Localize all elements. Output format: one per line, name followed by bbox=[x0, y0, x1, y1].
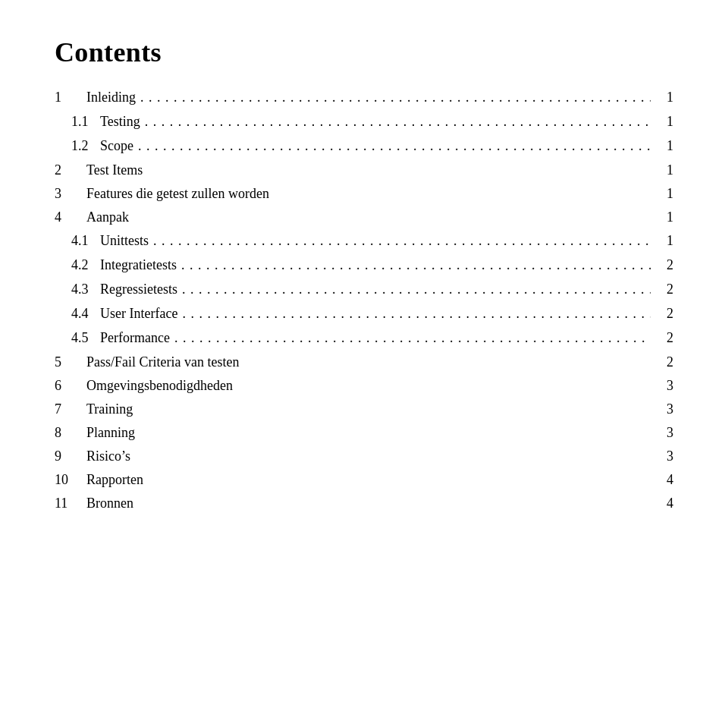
toc-entry-page: 3 bbox=[655, 448, 673, 464]
toc-entry-number: 11 bbox=[55, 496, 86, 511]
toc-entry-page: 1 bbox=[655, 90, 673, 105]
toc-entry-label: Pass/Fail Criteria van testen bbox=[86, 354, 239, 370]
toc-section-sub: 4.4User Interface2 bbox=[55, 306, 673, 323]
toc-entry-label: Integratietests bbox=[100, 257, 177, 273]
toc-entry-label: Testing bbox=[100, 114, 140, 130]
toc-entry-number: 2 bbox=[55, 162, 86, 178]
toc-section-sub: 1.2Scope1 bbox=[55, 138, 673, 155]
toc-section-top: 9Risico’s3 bbox=[55, 448, 673, 464]
toc-entry-page: 2 bbox=[655, 306, 673, 322]
toc-section-top: 4Aanpak1 bbox=[55, 209, 673, 225]
toc-dots bbox=[182, 282, 651, 298]
toc-entry-number: 3 bbox=[55, 186, 86, 202]
toc-container: Contents 1Inleiding11.1Testing11.2Scope1… bbox=[55, 36, 673, 511]
toc-entry-label: Bronnen bbox=[86, 496, 133, 511]
toc-entry-page: 1 bbox=[655, 162, 673, 178]
toc-dots bbox=[181, 257, 651, 274]
toc-section-top: 7Training3 bbox=[55, 401, 673, 417]
toc-entry-page: 1 bbox=[655, 186, 673, 202]
toc-entry-number: 10 bbox=[55, 472, 86, 488]
toc-dots bbox=[174, 330, 651, 347]
toc-entry-number: 9 bbox=[55, 448, 86, 464]
toc-entry-page: 4 bbox=[655, 472, 673, 488]
toc-section-top: 2Test Items1 bbox=[55, 162, 673, 178]
toc-entry-number: 8 bbox=[55, 425, 86, 441]
toc-dots bbox=[140, 90, 651, 106]
toc-section-top: 8Planning3 bbox=[55, 425, 673, 441]
toc-entry-page: 4 bbox=[655, 496, 673, 511]
toc-section-sub: 4.3Regressietests2 bbox=[55, 282, 673, 298]
toc-entry-page: 1 bbox=[655, 209, 673, 225]
toc-entry-page: 3 bbox=[655, 425, 673, 441]
toc-entry-number: 4 bbox=[55, 209, 86, 225]
toc-entry-number: 4.1 bbox=[55, 233, 100, 249]
toc-entry-label: Unittests bbox=[100, 233, 149, 249]
toc-entry-number: 4.3 bbox=[55, 282, 100, 297]
toc-entry-label: Features die getest zullen worden bbox=[86, 186, 269, 202]
toc-entry-number: 1 bbox=[55, 90, 86, 105]
toc-section-top: 6Omgevingsbenodigdheden3 bbox=[55, 378, 673, 394]
toc-list: 1Inleiding11.1Testing11.2Scope12Test Ite… bbox=[55, 90, 673, 511]
toc-entry-number: 4.4 bbox=[55, 306, 100, 322]
toc-entry-page: 2 bbox=[655, 282, 673, 297]
toc-dots bbox=[182, 306, 651, 323]
toc-entry-page: 1 bbox=[655, 114, 673, 130]
toc-entry-number: 4.5 bbox=[55, 330, 100, 346]
toc-entry-label: Training bbox=[86, 401, 133, 417]
toc-dots bbox=[138, 138, 651, 155]
toc-entry-page: 3 bbox=[655, 401, 673, 417]
toc-entry-page: 1 bbox=[655, 233, 673, 249]
toc-entry-number: 4.2 bbox=[55, 257, 100, 273]
toc-section-sub: 4.5Performance2 bbox=[55, 330, 673, 347]
toc-dots bbox=[145, 114, 651, 131]
toc-entry-page: 3 bbox=[655, 378, 673, 394]
toc-entry-number: 7 bbox=[55, 401, 86, 417]
toc-entry-label: Inleiding bbox=[86, 90, 136, 105]
toc-entry-label: Performance bbox=[100, 330, 170, 346]
toc-entry-label: Test Items bbox=[86, 162, 143, 178]
toc-entry-page: 1 bbox=[655, 138, 673, 154]
toc-entry-number: 1.2 bbox=[55, 138, 100, 154]
toc-entry-page: 2 bbox=[655, 330, 673, 346]
toc-entry-number: 6 bbox=[55, 378, 86, 394]
toc-section-sub: 4.2Integratietests2 bbox=[55, 257, 673, 274]
toc-entry-label: Planning bbox=[86, 425, 135, 441]
toc-entry-number: 5 bbox=[55, 354, 86, 370]
toc-entry-label: Omgevingsbenodigdheden bbox=[86, 378, 233, 394]
toc-entry-label: User Interface bbox=[100, 306, 177, 322]
toc-entry-label: Scope bbox=[100, 138, 133, 154]
toc-section-top: 3Features die getest zullen worden1 bbox=[55, 186, 673, 202]
toc-entry-label: Regressietests bbox=[100, 282, 177, 297]
toc-entry-label: Risico’s bbox=[86, 448, 130, 464]
toc-entry-page: 2 bbox=[655, 354, 673, 370]
toc-entry-number: 1.1 bbox=[55, 114, 100, 130]
toc-section-top: 5Pass/Fail Criteria van testen2 bbox=[55, 354, 673, 370]
toc-section-top: 1Inleiding1 bbox=[55, 90, 673, 106]
toc-section-sub: 4.1Unittests1 bbox=[55, 233, 673, 250]
toc-section-top: 10Rapporten4 bbox=[55, 472, 673, 488]
toc-entry-label: Rapporten bbox=[86, 472, 143, 488]
toc-section-top: 11Bronnen4 bbox=[55, 496, 673, 511]
toc-section-sub: 1.1Testing1 bbox=[55, 114, 673, 131]
toc-title: Contents bbox=[55, 36, 673, 68]
toc-entry-page: 2 bbox=[655, 257, 673, 273]
toc-entry-label: Aanpak bbox=[86, 209, 129, 225]
toc-dots bbox=[153, 233, 651, 250]
